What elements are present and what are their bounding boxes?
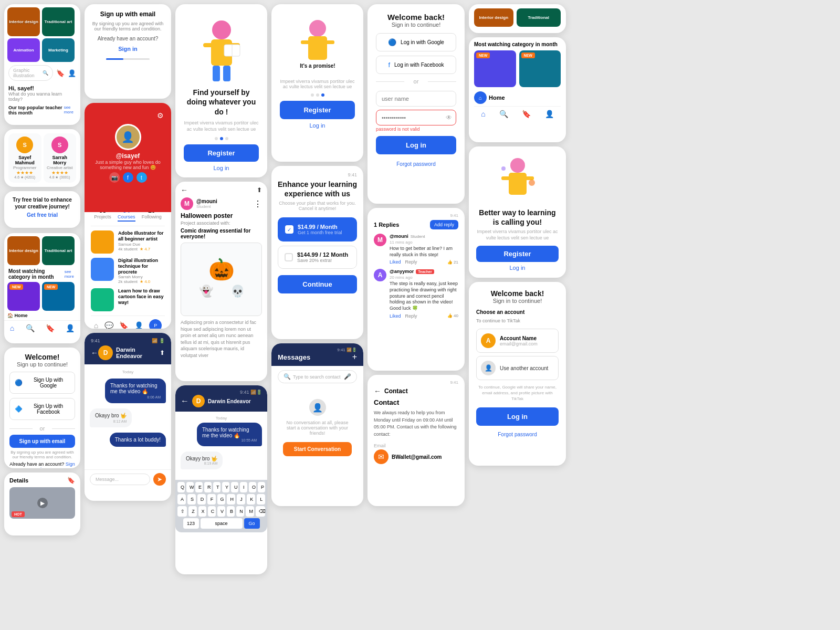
- home-nav2[interactable]: ⌂: [94, 321, 98, 329]
- plan-2[interactable]: $144.99 / 12 Month Save 20% extra!: [278, 246, 357, 269]
- username-input[interactable]: [376, 91, 456, 107]
- bookmark-icon[interactable]: 🔖: [56, 69, 65, 77]
- key-q[interactable]: Q: [177, 482, 185, 492]
- account-option-1[interactable]: A Account Name email@gmail.com: [476, 329, 559, 353]
- login-btn2[interactable]: Log in: [476, 407, 559, 426]
- instagram-icon[interactable]: 📷: [109, 172, 120, 183]
- key-go[interactable]: Go: [244, 518, 260, 529]
- search-nav[interactable]: 🔍: [26, 324, 35, 332]
- share-icon[interactable]: ⬆: [160, 349, 165, 356]
- key-123[interactable]: 123: [183, 518, 199, 529]
- key-z[interactable]: Z: [188, 506, 196, 517]
- key-x[interactable]: X: [198, 506, 206, 517]
- bookmark-nav3[interactable]: 🔖: [522, 110, 531, 118]
- trial-btn[interactable]: Get free trial: [9, 212, 75, 218]
- twitter-icon[interactable]: t: [136, 172, 147, 183]
- facebook-signup-btn[interactable]: 🔷 Sign Up with Facebook: [9, 398, 75, 420]
- key-h[interactable]: H: [227, 494, 235, 505]
- key-n[interactable]: N: [236, 506, 244, 517]
- home-nav3[interactable]: ⌂: [481, 110, 485, 118]
- forgot-link2[interactable]: Forgot password: [476, 429, 559, 438]
- like-btn2[interactable]: Liked: [390, 313, 401, 319]
- bookmark-icon2[interactable]: 🔖: [67, 477, 75, 484]
- key-del[interactable]: ⌫: [256, 506, 265, 517]
- search-icon[interactable]: 🔍: [43, 70, 48, 76]
- reply-btn1[interactable]: Reply: [405, 259, 417, 265]
- add-message-btn[interactable]: +: [352, 352, 357, 362]
- key-p[interactable]: P: [258, 482, 265, 492]
- person-nav[interactable]: 👤: [134, 321, 143, 329]
- user-icon[interactable]: 👤: [68, 69, 76, 77]
- back-btn3[interactable]: ←: [374, 387, 381, 395]
- key-e[interactable]: E: [195, 482, 203, 492]
- show-password-icon[interactable]: 👁: [446, 114, 452, 121]
- google-signup-btn[interactable]: 🔵 Sign Up with Google: [9, 372, 75, 394]
- key-o[interactable]: O: [249, 482, 256, 492]
- login-link[interactable]: Log in: [214, 165, 229, 171]
- login-btn[interactable]: Log in: [376, 136, 456, 154]
- facebook-icon2[interactable]: f: [123, 172, 133, 183]
- google-login-btn[interactable]: 🔵 Log in with Google: [376, 33, 456, 51]
- email-signup-btn[interactable]: Sign up with email: [9, 435, 75, 448]
- key-m[interactable]: M: [246, 506, 254, 517]
- back-arrow[interactable]: ←: [91, 349, 98, 357]
- key-f[interactable]: F: [207, 494, 216, 505]
- key-r[interactable]: R: [204, 482, 212, 492]
- login-link3[interactable]: Log in: [510, 265, 526, 271]
- key-l[interactable]: L: [257, 494, 265, 505]
- key-t[interactable]: T: [213, 482, 220, 492]
- see-more2[interactable]: see more: [65, 269, 76, 279]
- message-input[interactable]: Message...: [90, 474, 150, 485]
- bookmark-nav2[interactable]: 🔖: [119, 321, 128, 329]
- user-nav[interactable]: 👤: [66, 324, 75, 332]
- facebook-login-btn[interactable]: f Log in with Facebook: [376, 56, 456, 74]
- register-btn[interactable]: Register: [184, 144, 259, 162]
- like-btn1[interactable]: Liked: [390, 259, 401, 265]
- send-btn[interactable]: ➤: [153, 473, 166, 486]
- key-s[interactable]: S: [187, 494, 196, 505]
- interior-cat[interactable]: Interior design: [474, 8, 513, 27]
- start-conv-btn[interactable]: Start Conversation: [283, 442, 352, 456]
- bookmark-nav[interactable]: 🔖: [46, 324, 55, 332]
- back-btn[interactable]: ←: [181, 186, 188, 194]
- key-a[interactable]: A: [177, 494, 186, 505]
- key-shift[interactable]: ⇧: [177, 506, 187, 517]
- login-link2[interactable]: Log in: [310, 122, 326, 129]
- settings-icon[interactable]: ⚙: [157, 111, 164, 120]
- play-icon[interactable]: ▶: [37, 498, 48, 508]
- key-space[interactable]: space: [201, 518, 243, 529]
- home-nav[interactable]: ⌂: [10, 324, 14, 332]
- forgot-password[interactable]: Forgot password: [376, 159, 456, 168]
- key-w[interactable]: W: [186, 482, 194, 492]
- add-reply-btn[interactable]: Add reply: [430, 220, 458, 229]
- reply-btn2[interactable]: Reply: [405, 313, 417, 319]
- mic-icon[interactable]: 🎤: [344, 373, 351, 380]
- register-btn3[interactable]: Register: [476, 246, 559, 262]
- user-nav3[interactable]: 👤: [545, 110, 554, 118]
- key-u[interactable]: U: [231, 482, 238, 492]
- key-v[interactable]: V: [217, 506, 225, 517]
- register-btn2[interactable]: Register: [280, 101, 355, 119]
- key-d[interactable]: D: [197, 494, 206, 505]
- key-y[interactable]: Y: [222, 482, 229, 492]
- profile-nav-icon[interactable]: P: [149, 319, 162, 329]
- signin-link2[interactable]: Sign in: [92, 44, 164, 53]
- key-c[interactable]: C: [208, 506, 216, 517]
- key-b[interactable]: B: [227, 506, 235, 517]
- chat-nav[interactable]: 💬: [104, 321, 113, 329]
- key-i[interactable]: I: [240, 482, 247, 492]
- password-input[interactable]: [376, 110, 456, 125]
- continue-btn[interactable]: Continue: [278, 275, 357, 293]
- see-more-link[interactable]: see more: [64, 105, 76, 116]
- account-option-2[interactable]: 👤 Use another account: [476, 356, 559, 380]
- more-options[interactable]: ⋮: [254, 199, 262, 209]
- key-g[interactable]: G: [217, 494, 226, 505]
- share-btn[interactable]: ⬆: [257, 186, 262, 194]
- key-j[interactable]: J: [237, 494, 245, 505]
- back-arrow2[interactable]: ←: [181, 396, 189, 406]
- key-k[interactable]: K: [247, 494, 255, 505]
- plan-1[interactable]: ✓ $14.99 / Month Get 1 month free trial: [278, 217, 357, 242]
- search-nav3[interactable]: 🔍: [499, 110, 508, 118]
- traditional-cat[interactable]: Traditional: [517, 8, 561, 27]
- signin-link[interactable]: Sign in: [40, 461, 75, 468]
